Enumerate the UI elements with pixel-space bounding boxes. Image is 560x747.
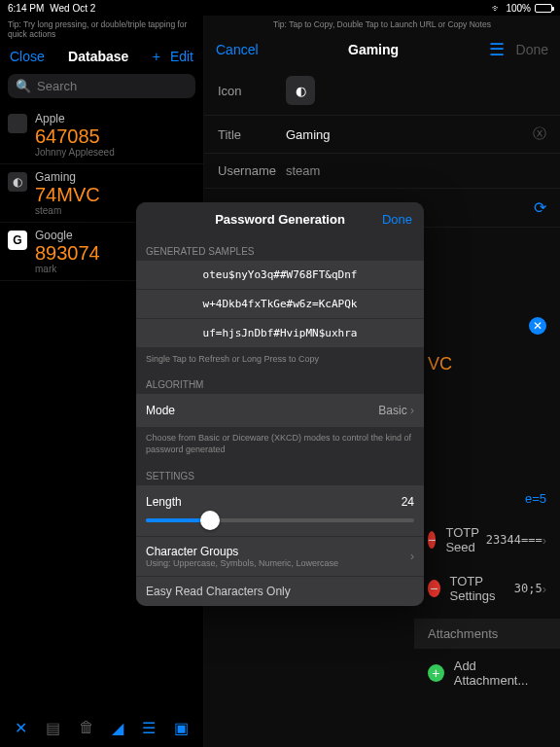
length-label: Length — [146, 495, 182, 509]
totp-seed-row[interactable]: − TOTP Seed 23344=== › — [428, 516, 546, 564]
totp-settings-value: 30;5 — [514, 582, 542, 595]
google-icon: G — [8, 231, 27, 250]
chevron-right-icon: › — [410, 550, 414, 563]
mode-hint: Choose from Basic or Diceware (XKCD) mod… — [136, 427, 424, 461]
totp-settings-row[interactable]: − TOTP Settings 30;5 › — [428, 564, 546, 613]
username-row[interactable]: Username steam — [204, 154, 560, 189]
search-placeholder: Search — [37, 79, 77, 93]
detail-header: Cancel Gaming ☰ Done — [204, 33, 560, 66]
search-icon: 🔍 — [16, 79, 31, 93]
archive-icon[interactable]: ▣ — [174, 719, 189, 737]
character-groups-row[interactable]: Character Groups Using: Uppercase, Symbo… — [136, 536, 424, 576]
mode-label: Mode — [146, 404, 175, 417]
mode-row[interactable]: Mode Basic › — [136, 394, 424, 427]
sample-2[interactable]: w+4Dkb4fxTkGe#w6z=KcAPQk — [136, 290, 424, 319]
detail-tip: Tip: Tap to Copy, Double Tap to Launch U… — [204, 16, 560, 33]
mode-value: Basic — [378, 404, 406, 417]
chevron-right-icon: › — [542, 582, 546, 596]
entry-icon-preview: ◐ — [286, 76, 315, 105]
sample-3[interactable]: uf=hjsJnDbf#HvipMN$uxhra — [136, 319, 424, 348]
detail-title: Gaming — [348, 42, 399, 57]
sort-icon[interactable]: ◢ — [112, 719, 123, 737]
totp-settings-label: TOTP Settings — [450, 574, 508, 603]
modal-header: Password Generation Done — [136, 202, 424, 236]
minus-icon[interactable]: − — [428, 531, 436, 549]
add-attachment-label: Add Attachment... — [454, 658, 546, 688]
username-value[interactable]: steam — [286, 163, 546, 178]
length-slider[interactable] — [146, 518, 414, 522]
chevron-right-icon: › — [542, 533, 546, 548]
done-button-disabled: Done — [516, 42, 548, 57]
chargroups-label: Character Groups — [146, 545, 410, 558]
battery-percent: 100% — [506, 3, 531, 14]
minus-icon[interactable]: − — [428, 580, 440, 597]
cancel-button[interactable]: Cancel — [216, 42, 259, 57]
chevron-right-icon: › — [410, 404, 414, 417]
status-time: 6:14 PM — [8, 3, 44, 14]
add-attachment-row[interactable]: + Add Attachment... — [428, 649, 546, 697]
reorder-icon[interactable]: ☰ — [489, 39, 505, 60]
length-row: Length 24 — [136, 485, 424, 536]
apple-icon — [8, 114, 27, 133]
entry-apple[interactable]: Apple 647085 Johnny Appleseed — [0, 106, 203, 164]
status-bar: 6:14 PM Wed Oct 2 ᯤ 100% — [0, 0, 560, 16]
entry-code: 647085 — [35, 125, 195, 147]
entry-title: Gaming — [35, 170, 195, 184]
sidebar-tip: Tip: Try long pressing, or double/triple… — [0, 16, 203, 43]
entry-sub: Johnny Appleseed — [35, 147, 195, 158]
field-partial: e=5 — [428, 481, 546, 516]
edit-button[interactable]: Edit — [170, 49, 193, 64]
remove-icon[interactable]: ✕ — [529, 317, 546, 335]
title-value[interactable]: Gaming — [286, 127, 533, 142]
sidebar-header: Close Database + Edit — [0, 43, 203, 70]
username-label: Username — [218, 163, 286, 178]
chargroups-sub: Using: Uppercase, Symbols, Numeric, Lowe… — [146, 558, 410, 568]
status-date: Wed Oct 2 — [50, 3, 95, 14]
password-generation-modal: Password Generation Done GENERATED SAMPL… — [136, 202, 424, 606]
steam-icon: ◐ — [8, 172, 27, 192]
trash-icon[interactable]: 🗑 — [79, 719, 94, 737]
attachments-header: Attachments — [414, 619, 560, 649]
close-button[interactable]: Close — [10, 49, 45, 64]
slider-knob[interactable] — [200, 511, 220, 530]
sidebar-title: Database — [68, 49, 128, 64]
length-value: 24 — [402, 495, 414, 509]
modal-done-button[interactable]: Done — [382, 212, 412, 227]
entry-title: Apple — [35, 112, 195, 125]
icon-row[interactable]: Icon ◐ — [204, 66, 560, 116]
title-label: Title — [218, 127, 286, 142]
settings-header: SETTINGS — [136, 461, 424, 485]
generated-samples-header: GENERATED SAMPLES — [136, 236, 424, 261]
battery-icon — [535, 4, 552, 13]
modal-title: Password Generation — [215, 212, 345, 227]
add-button[interactable]: + — [153, 49, 160, 64]
wifi-icon: ᯤ — [492, 3, 502, 14]
sidebar-toolbar: ✕ ▤ 🗑 ◢ ☰ ▣ — [0, 709, 203, 747]
code-partial: VC — [428, 354, 452, 374]
algorithm-header: ALGORITHM — [136, 370, 424, 394]
easy-read-row[interactable]: Easy Read Characters Only — [136, 576, 424, 606]
list-icon[interactable]: ☰ — [142, 719, 156, 737]
search-input[interactable]: 🔍 Search — [8, 74, 195, 98]
icon-label: Icon — [218, 84, 286, 98]
sample-1[interactable]: oteu$nyYo3q##W768FT&qDnf — [136, 261, 424, 290]
refresh-icon[interactable]: ⟳ — [534, 198, 546, 217]
totp-seed-label: TOTP Seed — [445, 525, 478, 554]
plus-icon[interactable]: + — [428, 664, 444, 682]
totp-seed-value: 23344=== — [486, 533, 542, 547]
behind-modal: ✕ VC e=5 − TOTP Seed 23344=== › − TOTP S… — [428, 307, 546, 697]
tools-icon[interactable]: ✕ — [15, 719, 27, 737]
clear-icon[interactable]: ⓧ — [533, 125, 546, 143]
sample-hint: Single Tap to Refresh or Long Press to C… — [136, 348, 424, 370]
folder-icon[interactable]: ▤ — [46, 719, 60, 737]
title-row[interactable]: Title Gaming ⓧ — [204, 116, 560, 154]
